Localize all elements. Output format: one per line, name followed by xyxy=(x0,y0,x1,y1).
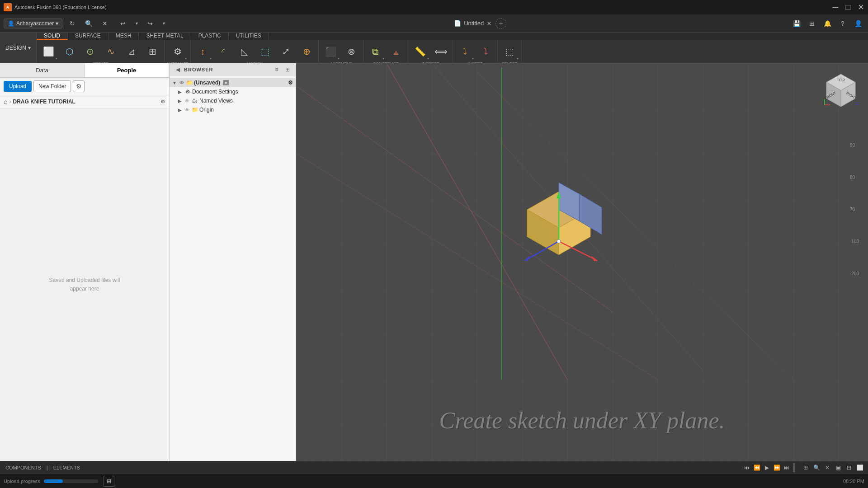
tab-sheet-metal[interactable]: SHEET METAL xyxy=(139,33,191,40)
revolve-button[interactable]: ⊙ xyxy=(80,42,100,61)
top-row: 👤 Acharyascomer ▾ ↻ 🔍 ✕ ↩ ▾ ↪ ▾ 📄 Untitl… xyxy=(0,14,868,33)
root-settings-icon[interactable]: ⚙ xyxy=(287,79,294,86)
undo-button[interactable]: ↩ xyxy=(117,17,129,30)
refresh-button[interactable]: ↻ xyxy=(66,17,79,30)
browser-collapse-button[interactable]: ◀ xyxy=(173,65,182,74)
measure-button[interactable]: 📏 xyxy=(410,42,430,61)
insert-mesh-button[interactable]: ⤵ xyxy=(455,42,475,61)
viewport[interactable]: Create sketch under XY plane. TOP FRONT … xyxy=(296,63,868,461)
viewport-subtitle: Create sketch under XY plane. xyxy=(439,407,725,434)
redo-button[interactable]: ↪ xyxy=(144,17,156,30)
play-back-button[interactable]: ⏪ xyxy=(752,463,761,472)
new-folder-button[interactable]: New Folder xyxy=(33,80,71,92)
account-name: Acharyascomer xyxy=(16,20,54,27)
chamfer-button[interactable]: ◺ xyxy=(234,42,254,61)
browser-menu-button[interactable]: ≡ xyxy=(272,65,281,74)
tree-item-named-views[interactable]: ▶ 👁 🗂 Named Views xyxy=(170,96,296,105)
shell-button[interactable]: ⬚ xyxy=(255,42,275,61)
upload-progress-bar xyxy=(44,479,98,483)
sketch-icon: ⬜ xyxy=(43,46,54,57)
account-button[interactable]: 👤 Acharyascomer ▾ xyxy=(4,19,62,28)
offset-plane-button[interactable]: ⧉ xyxy=(365,42,385,61)
undo-dropdown-button[interactable]: ▾ xyxy=(130,17,143,30)
origin-icon: 📁 xyxy=(191,106,198,113)
help-button[interactable]: ? xyxy=(836,17,849,30)
press-pull-button[interactable]: ↕ xyxy=(193,42,212,61)
grid-toggle-button[interactable]: ⊞ xyxy=(801,463,810,472)
notifications-button[interactable]: 🔔 xyxy=(821,17,834,30)
maximize-button[interactable]: □ xyxy=(844,4,852,11)
joint-button[interactable]: ⊗ xyxy=(341,42,361,61)
account-avatar-button[interactable]: 👤 xyxy=(852,17,864,30)
redo-dropdown-button[interactable]: ▾ xyxy=(157,17,170,30)
play-button[interactable]: ▶ xyxy=(762,463,771,472)
tab-surface[interactable]: SURFACE xyxy=(68,33,108,40)
display-settings-button[interactable]: ⊟ xyxy=(844,463,854,472)
joint-icon: ⊗ xyxy=(348,46,355,57)
sweep-button[interactable]: ∿ xyxy=(101,42,121,61)
tab-utilities[interactable]: UTILITIES xyxy=(229,33,269,40)
origin-toggle[interactable]: ▶ xyxy=(177,107,183,113)
interference-button[interactable]: ⟺ xyxy=(431,42,451,61)
new-component-button[interactable]: ⬛ xyxy=(321,42,340,61)
new-tab-button[interactable]: + xyxy=(495,18,506,29)
left-panel: Data People Upload New Folder ⚙ ⌂ › DRAG… xyxy=(0,63,170,461)
upload-progress-fill xyxy=(44,479,63,483)
tree-item-doc-settings[interactable]: ▶ ⚙ Document Settings xyxy=(170,87,296,96)
timeline-playhead[interactable] xyxy=(793,463,795,472)
close-search-button[interactable]: ✕ xyxy=(99,17,111,30)
tab-mesh[interactable]: MESH xyxy=(108,33,139,40)
tree-item-origin[interactable]: ▶ 👁 📁 Origin xyxy=(170,105,296,114)
settings-gear-button[interactable]: ⚙ xyxy=(73,80,85,92)
combine-button[interactable]: ⊕ xyxy=(297,42,316,61)
automate-button[interactable]: ⚙ xyxy=(168,42,188,61)
sketch-button[interactable]: ⬜ xyxy=(38,42,58,61)
shell-icon: ⬚ xyxy=(261,46,269,57)
named-views-toggle[interactable]: ▶ xyxy=(177,98,183,104)
named-views-vis-icon[interactable]: 👁 xyxy=(184,98,190,104)
doc-tab-close[interactable]: ✕ xyxy=(486,20,492,27)
select-button[interactable]: ⬚ xyxy=(500,42,519,61)
root-vis-icon[interactable]: 👁 xyxy=(179,80,185,86)
loft-button[interactable]: ⊿ xyxy=(122,42,142,61)
extrude-button[interactable]: ⬡ xyxy=(59,42,79,61)
rib-button[interactable]: ⊞ xyxy=(142,42,162,61)
tab-solid[interactable]: SOLID xyxy=(37,33,68,40)
play-end-button[interactable]: ⏭ xyxy=(782,463,791,472)
panel-settings-button[interactable]: ⚙ xyxy=(160,99,165,105)
folder-name[interactable]: DRAG KNIFE TUTORIAL xyxy=(13,99,75,105)
design-dropdown-button[interactable]: DESIGN ▾ xyxy=(0,33,37,63)
svg-text:Z: Z xyxy=(856,101,859,106)
tree-root[interactable]: ▼ 👁 📁 (Unsaved) ● ⚙ xyxy=(170,78,296,87)
browser-expand-button[interactable]: ⊞ xyxy=(283,65,292,74)
apps-button[interactable]: ⊞ xyxy=(806,17,818,30)
plane-angle-button[interactable]: ⟁ xyxy=(386,42,406,61)
account-dropdown-arrow: ▾ xyxy=(56,20,58,27)
home-icon[interactable]: ⌂ xyxy=(4,98,7,105)
root-toggle[interactable]: ▼ xyxy=(171,80,178,86)
fillet-button[interactable]: ◜ xyxy=(213,42,233,61)
display-mode-button[interactable]: ▣ xyxy=(834,463,843,472)
named-views-label: Named Views xyxy=(199,98,233,104)
tab-plastic[interactable]: PLASTIC xyxy=(191,33,229,40)
fullscreen-button[interactable]: ⬜ xyxy=(855,463,864,472)
left-panel-actions: Upload New Folder ⚙ xyxy=(0,78,169,95)
cloud-save-button[interactable]: 💾 xyxy=(790,17,803,30)
view-cube[interactable]: TOP FRONT RIGHT Z xyxy=(821,70,861,110)
insert-svg-button[interactable]: ⤵ xyxy=(476,42,495,61)
play-start-button[interactable]: ⏮ xyxy=(742,463,751,472)
doc-settings-toggle[interactable]: ▶ xyxy=(177,89,183,95)
play-forward-button[interactable]: ⏩ xyxy=(772,463,781,472)
tab-data[interactable]: Data xyxy=(0,63,85,77)
cursor-type-button[interactable]: ✕ xyxy=(823,463,832,472)
scale-button[interactable]: ⤢ xyxy=(276,42,296,61)
search-button[interactable]: 🔍 xyxy=(82,17,95,30)
progress-expand-button[interactable]: ⊞ xyxy=(104,476,114,487)
magnify-button[interactable]: 🔍 xyxy=(812,463,821,472)
minimize-button[interactable]: ─ xyxy=(832,4,839,11)
close-button[interactable]: ✕ xyxy=(857,4,864,11)
upload-button[interactable]: Upload xyxy=(4,81,32,92)
origin-vis-icon[interactable]: 👁 xyxy=(184,107,190,113)
tab-people[interactable]: People xyxy=(85,63,169,77)
named-views-icon: 🗂 xyxy=(191,97,198,104)
